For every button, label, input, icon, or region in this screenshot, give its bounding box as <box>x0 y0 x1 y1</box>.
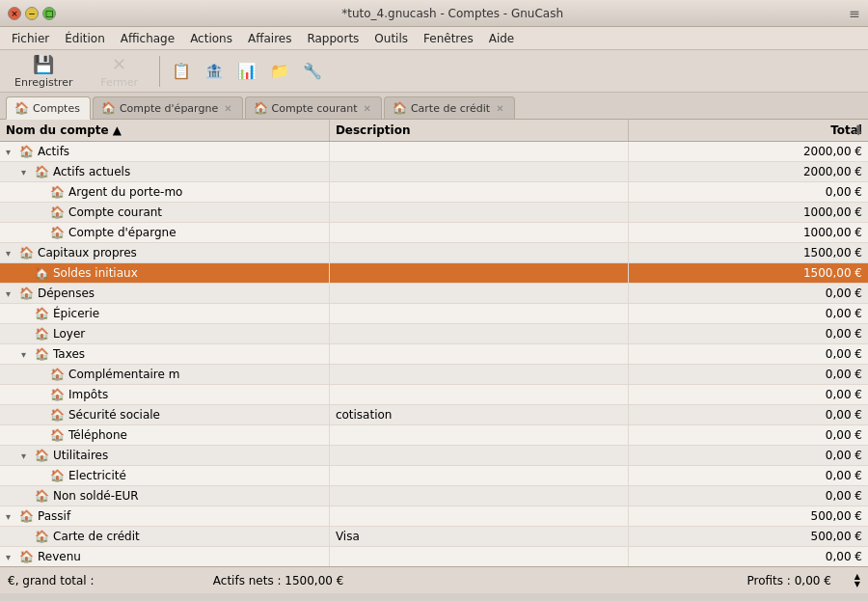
menu-affichage[interactable]: Affichage <box>113 30 182 47</box>
tab-epargne-close[interactable]: ✕ <box>224 103 231 114</box>
account-total: 0,00 € <box>629 466 868 486</box>
expand-icon[interactable]: ▾ <box>6 511 15 522</box>
table-row[interactable]: 🏠Téléphone0,00 € <box>0 425 868 446</box>
status-bar: €, grand total : Actifs nets : 1500,00 €… <box>0 566 868 593</box>
tab-courant-close[interactable]: ✕ <box>364 103 371 114</box>
toolbar-btn-3[interactable]: 📊 <box>231 56 262 87</box>
account-description <box>329 203 628 223</box>
toolbar-btn-2[interactable]: 🏦 <box>199 56 230 87</box>
table-row[interactable]: 🏠Impôts0,00 € <box>0 385 868 405</box>
table-row[interactable]: ▾🏠Dépenses0,00 € <box>0 284 868 304</box>
status-currency: €, grand total : <box>8 574 95 587</box>
table-row[interactable]: 🏠Soldes initiaux1500,00 € <box>0 263 868 284</box>
account-name: Carte de crédit <box>53 530 140 543</box>
scroll-down-icon[interactable]: ▼ <box>854 581 860 588</box>
table-row[interactable]: 🏠Compte d'épargne1000,00 € <box>0 223 868 243</box>
account-name: Épicerie <box>53 307 99 320</box>
table-row[interactable]: 🏠Carte de créditVisa500,00 € <box>0 527 868 547</box>
account-total: 0,00 € <box>629 344 868 365</box>
tab-epargne-label: Compte d'épargne <box>120 102 218 115</box>
expand-icon[interactable]: ▾ <box>6 147 15 157</box>
tab-courant-label: Compte courant <box>272 102 358 115</box>
account-total: 0,00 € <box>629 446 868 466</box>
account-total: 0,00 € <box>629 547 868 567</box>
account-description <box>329 466 628 486</box>
table-row[interactable]: ▾🏠Capitaux propres1500,00 € <box>0 243 868 263</box>
menu-aide[interactable]: Aide <box>481 30 523 47</box>
expand-icon[interactable]: ▾ <box>21 451 31 461</box>
tab-courant[interactable]: 🏠 Compte courant ✕ <box>245 96 382 119</box>
account-name: Actifs <box>38 145 69 158</box>
table-row[interactable]: 🏠Argent du porte-mo0,00 € <box>0 182 868 203</box>
table-row[interactable]: ▾🏠Actifs2000,00 € <box>0 142 868 162</box>
table-row[interactable]: ▾🏠Utilitaires0,00 € <box>0 446 868 466</box>
table-row[interactable]: 🏠Non soldé-EUR0,00 € <box>0 486 868 506</box>
close-button[interactable]: × <box>8 7 21 20</box>
tab-carte[interactable]: 🏠 Carte de crédit ✕ <box>384 96 515 119</box>
table-row[interactable]: 🏠Electricité0,00 € <box>0 466 868 486</box>
expand-icon[interactable]: ▾ <box>6 552 15 562</box>
account-total: 0,00 € <box>629 182 868 203</box>
account-description <box>329 284 628 304</box>
menu-actions[interactable]: Actions <box>182 30 240 47</box>
menu-fichier[interactable]: Fichier <box>4 30 57 47</box>
account-name-cell: 🏠Non soldé-EUR <box>0 486 329 506</box>
account-name: Compte d'épargne <box>68 226 176 239</box>
account-icon: 🏠 <box>35 165 49 178</box>
account-total: 0,00 € <box>629 425 868 446</box>
menu-icon[interactable]: ≡ <box>849 6 860 21</box>
col-header-total[interactable]: Total ⬇ <box>629 120 868 142</box>
maximize-button[interactable]: □ <box>42 7 56 20</box>
account-description <box>329 223 628 243</box>
account-icon: 🏠 <box>19 246 34 260</box>
menu-fenetres[interactable]: Fenêtres <box>416 30 481 47</box>
table-row[interactable]: 🏠Complémentaire m0,00 € <box>0 365 868 385</box>
menu-rapports[interactable]: Rapports <box>299 30 366 47</box>
expand-icon[interactable]: ▾ <box>21 167 31 178</box>
account-name: Electricité <box>68 469 126 482</box>
tab-comptes[interactable]: 🏠 Comptes <box>6 96 91 120</box>
account-total: 0,00 € <box>629 385 868 405</box>
account-total: 0,00 € <box>629 365 868 385</box>
menu-edition[interactable]: Édition <box>57 30 113 47</box>
table-row[interactable]: 🏠Sécurité socialecotisation0,00 € <box>0 405 868 425</box>
table-row[interactable]: 🏠Loyer0,00 € <box>0 324 868 344</box>
table-row[interactable]: ▾🏠Actifs actuels2000,00 € <box>0 162 868 182</box>
col-header-name[interactable]: Nom du compte ▲ <box>0 120 329 142</box>
table-row[interactable]: 🏠Épicerie0,00 € <box>0 304 868 324</box>
toolbar-btn-4[interactable]: 📁 <box>264 56 295 87</box>
account-name: Taxes <box>53 347 85 361</box>
expand-icon[interactable]: ▾ <box>6 248 15 259</box>
toolbar-icon-group: 📋 🏦 📊 📁 🔧 <box>166 56 328 87</box>
account-description: cotisation <box>329 405 628 425</box>
expand-icon[interactable]: ▾ <box>21 349 31 360</box>
menu-affaires[interactable]: Affaires <box>240 30 299 47</box>
table-row[interactable]: ▾🏠Taxes0,00 € <box>0 344 868 365</box>
tab-carte-close[interactable]: ✕ <box>496 103 503 114</box>
account-name-cell: 🏠Compte d'épargne <box>0 223 329 243</box>
close-tab-button[interactable]: ✕ Fermer <box>86 50 153 93</box>
toolbar-btn-5[interactable]: 🔧 <box>297 56 328 87</box>
account-total: 1000,00 € <box>629 203 868 223</box>
tab-epargne[interactable]: 🏠 Compte d'épargne ✕ <box>93 96 243 119</box>
accounts-list: Nom du compte ▲ Description Total ⬇ ▾🏠Ac… <box>0 120 868 566</box>
accounts-table[interactable]: Nom du compte ▲ Description Total ⬇ ▾🏠Ac… <box>0 120 868 566</box>
account-total: 1500,00 € <box>629 243 868 263</box>
account-total: 500,00 € <box>629 506 868 527</box>
table-row[interactable]: ▾🏠Passif500,00 € <box>0 506 868 527</box>
minimize-button[interactable]: − <box>25 7 39 20</box>
menu-outils[interactable]: Outils <box>366 30 416 47</box>
status-scroll[interactable]: ▲ ▼ <box>854 573 860 588</box>
col-header-description[interactable]: Description <box>329 120 628 142</box>
account-icon: 🏠 <box>35 347 49 361</box>
account-name-cell: 🏠Complémentaire m <box>0 365 329 385</box>
account-name-cell: 🏠Impôts <box>0 385 329 405</box>
toolbar-btn-1[interactable]: 📋 <box>166 56 197 87</box>
save-button[interactable]: 💾 Enregistrer <box>6 50 82 93</box>
account-name-cell: ▾🏠Revenu <box>0 547 329 567</box>
expand-icon[interactable]: ▾ <box>6 288 15 299</box>
account-icon: 🏠 <box>35 327 49 341</box>
account-name: Loyer <box>53 327 85 341</box>
table-row[interactable]: 🏠Compte courant1000,00 € <box>0 203 868 223</box>
table-row[interactable]: ▾🏠Revenu0,00 € <box>0 547 868 567</box>
